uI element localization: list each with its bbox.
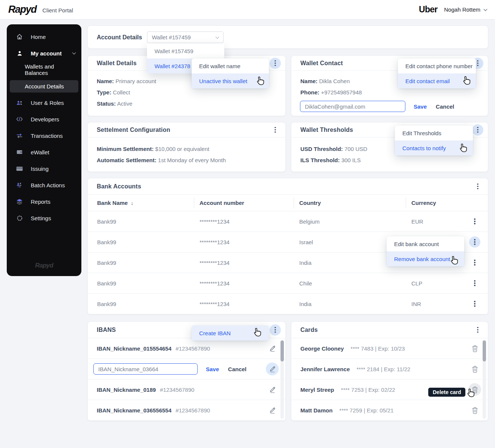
wallet-option-157459[interactable]: Wallet #157459 bbox=[147, 43, 224, 58]
edit-iban-button[interactable] bbox=[266, 404, 279, 417]
sidebar-item-transactions[interactable]: Transactions bbox=[7, 127, 81, 144]
scrollbar-thumb[interactable] bbox=[280, 340, 284, 361]
thresholds-menu: Edit Thresholds Contacts to notify bbox=[395, 125, 473, 155]
iban-row-editing: Save Cancel bbox=[88, 359, 285, 379]
sidebar-item-issuing[interactable]: Issuing bbox=[7, 160, 81, 177]
column-header-bank-name[interactable]: Bank Name↓ bbox=[97, 200, 200, 206]
wallet-type-row: Type: Collect bbox=[88, 87, 285, 98]
save-button[interactable]: Save bbox=[206, 366, 219, 372]
save-button[interactable]: Save bbox=[414, 103, 427, 110]
ils-threshold-row: ILS Threshold: 300 ILS bbox=[291, 155, 488, 166]
bank-account-menu: Edit bank account Remove bank account bbox=[387, 236, 464, 266]
gear-icon bbox=[16, 215, 23, 221]
settlement-kebab-menu[interactable] bbox=[270, 124, 281, 136]
delete-card-button[interactable] bbox=[468, 404, 481, 417]
sidebar-item-home[interactable]: Home bbox=[7, 28, 81, 45]
pencil-icon bbox=[269, 386, 276, 393]
wallet-details-kebab-menu[interactable] bbox=[270, 58, 281, 69]
cancel-button[interactable]: Cancel bbox=[436, 103, 454, 110]
user-menu[interactable]: Nogah Rottem bbox=[444, 6, 487, 13]
wallet-details-menu: Edit wallet name Unactive this wallet bbox=[192, 58, 269, 88]
thresholds-kebab-menu[interactable] bbox=[472, 124, 483, 136]
cards-kebab-menu[interactable] bbox=[472, 324, 483, 336]
contact-email-input[interactable] bbox=[300, 101, 405, 112]
scrollbar-track[interactable] bbox=[483, 340, 486, 419]
sidebar-footer-logo: Rapyd bbox=[7, 262, 81, 269]
uber-logo: Uber bbox=[419, 4, 437, 15]
sidebar-item-ewallet[interactable]: eWallet bbox=[7, 144, 81, 160]
min-settlement-row: Minimum Settlement: $10,000 or equivalen… bbox=[88, 143, 285, 155]
bank-row: Bank99 ********1234 Chile CLP bbox=[88, 273, 488, 294]
transfer-icon bbox=[16, 133, 23, 139]
bank-row-kebab-menu[interactable] bbox=[469, 216, 480, 227]
menu-item-edit-bank-account[interactable]: Edit bank account bbox=[387, 236, 464, 251]
bank-row-kebab-menu[interactable] bbox=[469, 298, 480, 309]
ibans-kebab-menu[interactable] bbox=[270, 324, 281, 336]
sidebar-item-my-account[interactable]: My account bbox=[7, 45, 81, 61]
bank-row-kebab-menu[interactable] bbox=[469, 236, 480, 248]
bank-table-header: Bank Name↓ Account number Country Curren… bbox=[88, 195, 488, 211]
card-icon bbox=[16, 166, 23, 171]
sidebar-item-developers[interactable]: Developers bbox=[7, 111, 81, 127]
card-title: Cards bbox=[300, 327, 472, 333]
iban-row: IBAN_Nickname_036556554 #1234567890 bbox=[88, 400, 285, 421]
sidebar: Home My account Wallets and Balances Acc… bbox=[7, 24, 81, 276]
cancel-button[interactable]: Cancel bbox=[228, 366, 246, 372]
ibans-card: IBANS IBAN_Nickname_015554654 #123456789… bbox=[87, 321, 286, 421]
pencil-icon bbox=[269, 345, 276, 352]
iban-row: IBAN_Nickname_015554654 #1234567890 bbox=[88, 338, 285, 359]
card-title: Bank Accounts bbox=[97, 183, 472, 190]
bank-row-kebab-menu[interactable] bbox=[469, 257, 480, 268]
column-header-account-number[interactable]: Account number bbox=[200, 200, 299, 206]
sidebar-item-batch-actions[interactable]: Batch Actions bbox=[7, 177, 81, 193]
account-details-bar: Account Details Wallet #157459 Wallet #1… bbox=[87, 25, 488, 49]
edit-iban-button[interactable] bbox=[266, 363, 279, 375]
delete-card-button[interactable] bbox=[468, 383, 481, 396]
iban-nickname-input[interactable] bbox=[93, 363, 198, 375]
page: Rapyd Client Portal Uber Nogah Rottem Ho… bbox=[0, 0, 495, 448]
wallet-icon bbox=[16, 149, 23, 155]
edit-iban-button[interactable] bbox=[266, 383, 279, 396]
trash-icon bbox=[472, 345, 478, 352]
wallet-contact-menu: Edit contact phone number Edit contact e… bbox=[398, 58, 476, 88]
delete-card-button[interactable] bbox=[468, 363, 481, 375]
sidebar-item-reports[interactable]: Reports bbox=[7, 193, 81, 210]
chevron-down-icon bbox=[216, 35, 219, 39]
card-row: Jennifer Lawrence **** 2184 | Exp: 11/22 bbox=[291, 359, 488, 379]
sidebar-item-wallets-and-balances[interactable]: Wallets and Balances bbox=[7, 61, 81, 78]
bank-row-kebab-menu[interactable] bbox=[469, 278, 480, 289]
pencil-icon bbox=[269, 365, 276, 373]
settlement-configuration-card: Settelment Configuration Minimum Settlem… bbox=[87, 122, 286, 172]
column-header-country[interactable]: Country bbox=[299, 200, 411, 206]
card-row: Matt Damon **** 7259 | Exp: 05/21 bbox=[291, 400, 488, 421]
column-header-currency[interactable]: Currency bbox=[411, 200, 465, 206]
rapyd-logo: Rapyd bbox=[8, 4, 36, 15]
wallet-select[interactable]: Wallet #157459 bbox=[147, 31, 224, 43]
wallet-status-row: Status: Active bbox=[88, 98, 285, 109]
users-icon bbox=[16, 100, 23, 106]
trash-icon bbox=[472, 386, 478, 393]
edit-iban-button[interactable] bbox=[266, 342, 279, 355]
bank-accounts-card: Bank Accounts Bank Name↓ Account number … bbox=[87, 178, 488, 315]
sidebar-item-settings[interactable]: Settings bbox=[7, 210, 81, 226]
card-title: Settelment Configuration bbox=[97, 127, 270, 133]
delete-card-button[interactable] bbox=[468, 342, 481, 355]
batch-icon bbox=[16, 182, 23, 188]
menu-item-edit-wallet-name[interactable]: Edit wallet name bbox=[192, 58, 269, 73]
home-icon bbox=[16, 33, 23, 40]
menu-item-edit-thresholds[interactable]: Edit Thresholds bbox=[395, 125, 473, 140]
sidebar-item-user-roles[interactable]: User & Roles bbox=[7, 94, 81, 111]
menu-item-edit-contact-email[interactable]: Edit contact email bbox=[398, 73, 476, 88]
scrollbar-track[interactable] bbox=[280, 340, 284, 419]
sidebar-item-account-details[interactable]: Account Details bbox=[7, 78, 81, 94]
menu-item-contacts-to-notify[interactable]: Contacts to notify bbox=[395, 140, 473, 155]
menu-item-edit-contact-phone[interactable]: Edit contact phone number bbox=[398, 58, 476, 73]
bank-accounts-kebab-menu[interactable] bbox=[472, 181, 483, 192]
menu-item-unactive-wallet[interactable]: Unactive this wallet bbox=[192, 73, 269, 88]
trash-icon bbox=[472, 366, 478, 373]
trash-icon bbox=[472, 407, 478, 414]
menu-item-create-iban[interactable]: Create IBAN bbox=[192, 326, 269, 340]
menu-item-remove-bank-account[interactable]: Remove bank account bbox=[387, 251, 464, 266]
scrollbar-thumb[interactable] bbox=[483, 340, 486, 361]
sort-arrow-down-icon: ↓ bbox=[131, 200, 134, 206]
